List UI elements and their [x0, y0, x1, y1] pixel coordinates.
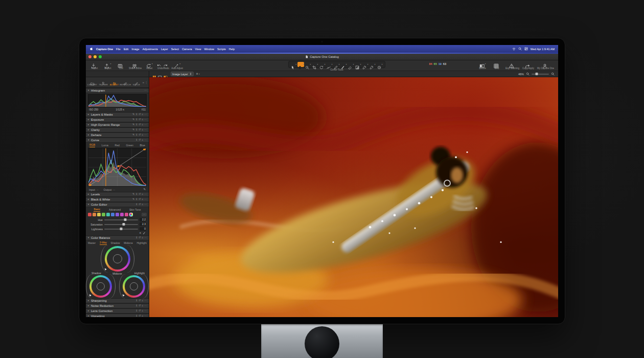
- slider-value[interactable]: 2.3: [140, 222, 146, 226]
- cursor-tool-button[interactable]: ▾: [326, 62, 333, 67]
- edit-icon[interactable]: ✎: [132, 119, 134, 121]
- toolbar-button[interactable]: ▾ Copy/Apply: [522, 61, 534, 70]
- cursor-tool-button[interactable]: ▾: [369, 62, 376, 67]
- copy-icon[interactable]: ↥: [135, 315, 137, 317]
- zoom-button[interactable]: [99, 55, 102, 58]
- toolbar-button[interactable]: ▾ Import: [89, 61, 100, 70]
- collapsed-section-header[interactable]: ▸ Noise Reduction ↥↺≡⋯: [86, 303, 149, 308]
- copy-icon[interactable]: ↥: [135, 114, 137, 116]
- layer-select[interactable]: Image Layer: [171, 72, 194, 76]
- midtone-color-wheel[interactable]: [105, 246, 130, 272]
- more-options-icon[interactable]: ⋯: [144, 129, 147, 131]
- title-bar[interactable]: Capture One Catalog: [86, 54, 558, 60]
- shadow-color-wheel[interactable]: [89, 275, 112, 298]
- menu-item[interactable]: Edit: [124, 48, 128, 51]
- menu-app-name[interactable]: Capture One: [96, 48, 113, 51]
- presets-icon[interactable]: ≡: [142, 114, 143, 116]
- collapsed-section-header[interactable]: ▸ Exposure ✎↥↺≡⋯: [86, 117, 149, 122]
- pick-color-icon[interactable]: [143, 232, 146, 235]
- cursor-tool-button[interactable]: ▾: [362, 62, 369, 67]
- edit-icon[interactable]: ✎: [132, 114, 134, 116]
- reset-icon[interactable]: ↺: [139, 134, 141, 137]
- color-swatch[interactable]: [93, 213, 96, 216]
- cursor-tool-button[interactable]: ▾: [297, 62, 304, 67]
- menu-item[interactable]: Layer: [161, 48, 168, 51]
- menu-item[interactable]: File: [116, 48, 121, 51]
- presets-icon[interactable]: ≡: [142, 305, 143, 307]
- copy-icon[interactable]: ↥: [135, 129, 137, 131]
- toolbar-button[interactable]: ▾ Auto Adjust: [171, 61, 183, 70]
- menu-item[interactable]: View: [195, 48, 201, 51]
- slider-value[interactable]: 0: [140, 227, 146, 231]
- more-options-icon[interactable]: ⋯: [144, 300, 147, 302]
- stepper-icon[interactable]: [189, 72, 192, 76]
- presets-icon[interactable]: ≡: [142, 237, 143, 239]
- section-header-color-balance[interactable]: ▾ Color Balance ↥↺≡⋯: [86, 235, 149, 240]
- color-swatch[interactable]: [111, 213, 114, 216]
- menu-item[interactable]: Camera: [182, 48, 192, 51]
- slider-thumb[interactable]: [120, 228, 123, 230]
- more-options-icon[interactable]: ⋯: [144, 193, 147, 196]
- slider-thumb[interactable]: [123, 223, 125, 226]
- more-options-icon[interactable]: ⋯: [144, 315, 147, 317]
- reset-icon[interactable]: ↺: [139, 305, 141, 307]
- copy-icon[interactable]: ↥: [135, 193, 137, 196]
- tool-tab[interactable]: TETHER: [98, 79, 108, 86]
- tool-tab[interactable]: LIBRARY: [87, 79, 98, 86]
- zoom-slider-thumb[interactable]: [536, 73, 538, 75]
- reset-icon[interactable]: ↺: [139, 315, 141, 317]
- zoom-in-icon[interactable]: [551, 72, 555, 76]
- presets-icon[interactable]: ≡: [142, 129, 143, 131]
- primary-view-icon[interactable]: [158, 72, 162, 76]
- list-view-icon[interactable]: ≡: [140, 232, 141, 235]
- presets-icon[interactable]: ≡: [142, 139, 143, 142]
- copy-icon[interactable]: ↥: [135, 139, 137, 142]
- menu-item[interactable]: Scripts: [217, 48, 226, 51]
- more-options-icon[interactable]: ⋯: [144, 237, 147, 239]
- curve-channel-tab[interactable]: RGB: [89, 143, 95, 147]
- tool-tab[interactable]: RETOUCH: [120, 79, 131, 86]
- cursor-tool-button[interactable]: ▾: [290, 62, 297, 67]
- zoom-slider[interactable]: [532, 74, 549, 75]
- toolbar-button[interactable]: ▾ Before: [477, 61, 488, 70]
- copy-icon[interactable]: ↥: [135, 198, 137, 201]
- presets-icon[interactable]: ≡: [142, 315, 143, 317]
- collapsed-section-header[interactable]: ▸ Dehaze ✎↥↺≡⋯: [86, 132, 149, 138]
- color-balance-tab[interactable]: Highlight: [136, 241, 146, 244]
- color-editor-tab[interactable]: Basic: [94, 208, 100, 212]
- slider-track[interactable]: [104, 219, 138, 220]
- reset-icon[interactable]: ↺: [139, 139, 141, 142]
- zoom-out-icon[interactable]: [526, 72, 530, 76]
- more-tabs-icon[interactable]: »: [143, 81, 144, 84]
- more-options-icon[interactable]: ⋯: [144, 198, 147, 201]
- color-swatch[interactable]: [97, 213, 101, 216]
- curve-channel-tab[interactable]: Luma: [102, 144, 108, 147]
- compare-view-icon[interactable]: [164, 72, 168, 76]
- reset-icon[interactable]: ↺: [139, 114, 141, 116]
- slider-track[interactable]: [104, 229, 138, 230]
- swatch-more-button[interactable]: ⋯: [142, 213, 147, 216]
- copy-icon[interactable]: ↥: [135, 310, 137, 312]
- more-options-icon[interactable]: ⋯: [144, 114, 147, 116]
- control-center-icon[interactable]: [524, 47, 528, 51]
- tool-tab[interactable]: ADJUST: [109, 79, 120, 86]
- menu-clock[interactable]: Wed Apr 1 9:41 AM: [531, 48, 555, 51]
- copy-icon[interactable]: ↥: [135, 237, 137, 239]
- curve-channel-tab[interactable]: Red: [114, 144, 120, 147]
- cursor-tool-button[interactable]: ▾: [340, 62, 347, 67]
- reset-icon[interactable]: ↺: [139, 300, 141, 302]
- menu-item[interactable]: Adjustments: [143, 48, 158, 51]
- collapsed-section-header[interactable]: ▸ Black & White ✎↥↺≡⋯: [86, 197, 149, 202]
- presets-icon[interactable]: ≡: [142, 198, 143, 201]
- multi-view-icon[interactable]: [152, 72, 156, 76]
- reset-icon[interactable]: ↺: [139, 193, 141, 196]
- wifi-icon[interactable]: [512, 47, 516, 51]
- color-swatch[interactable]: [106, 213, 110, 216]
- copy-icon[interactable]: ↥: [135, 119, 137, 121]
- more-options-icon[interactable]: ⋯: [144, 204, 147, 206]
- toolbar-button[interactable]: ▾ Undo/Redo: [157, 61, 169, 70]
- toolbar-button[interactable]: ▾ Grid: [491, 61, 502, 70]
- add-layer-button[interactable]: +▾: [196, 72, 200, 76]
- toolbar-button[interactable]: ▾ My Capture One: [537, 61, 554, 70]
- toolbar-button[interactable]: ▾ Cull: [116, 61, 127, 70]
